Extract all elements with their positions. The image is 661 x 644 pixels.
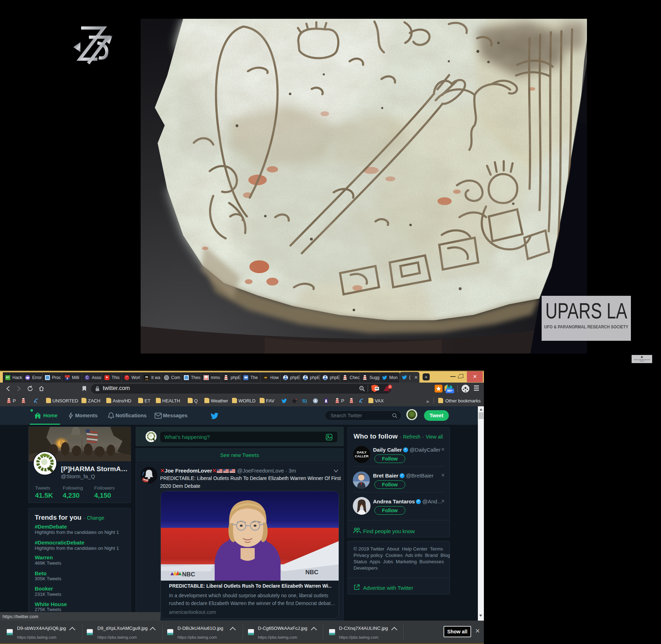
svg-text:NBC: NBC bbox=[305, 569, 318, 576]
svg-text:NBC: NBC bbox=[182, 571, 195, 578]
